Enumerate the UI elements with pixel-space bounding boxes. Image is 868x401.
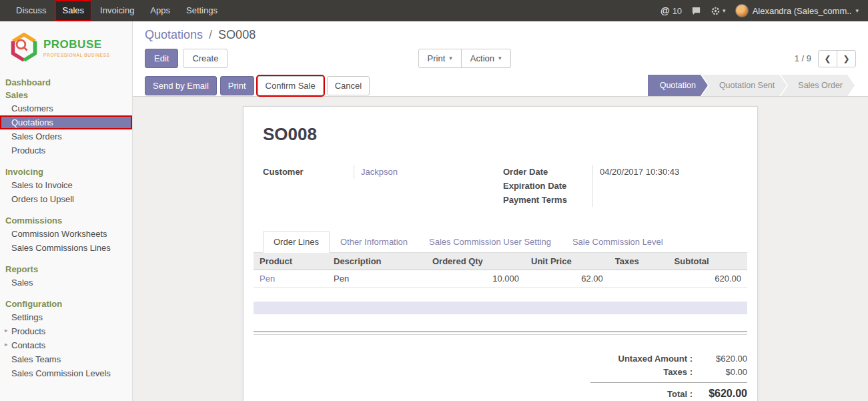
sidebar-item-sales-orders[interactable]: Sales Orders: [0, 129, 132, 143]
customer-label: Customer: [263, 165, 354, 179]
chevron-down-icon: ▾: [723, 7, 726, 14]
sidebar-section-configuration[interactable]: Configuration: [0, 298, 132, 310]
total-value: $620.00: [693, 387, 747, 400]
edit-button[interactable]: Edit: [145, 49, 178, 68]
taxes-value: $0.00: [693, 366, 747, 379]
stage-sales-order[interactable]: Sales Order: [781, 75, 855, 96]
print-dropdown-button[interactable]: Print ▾: [418, 49, 462, 68]
mention-counter[interactable]: @ 10: [661, 5, 682, 16]
customer-value-link[interactable]: Jackpson: [361, 165, 461, 179]
taxes-label: Taxes :: [663, 366, 693, 379]
sidebar-item-sales-teams[interactable]: Sales Teams: [0, 352, 132, 366]
at-icon: @: [661, 5, 670, 16]
sidebar-item-quotations[interactable]: Quotations: [0, 115, 132, 129]
sidebar-section-commissions[interactable]: Commissions: [0, 214, 132, 227]
stage-quotation-sent[interactable]: Quotation Sent: [702, 75, 787, 96]
page-title: SO008: [263, 124, 747, 145]
breadcrumb-quotations-link[interactable]: Quotations: [145, 28, 203, 41]
chevron-down-icon: ▾: [498, 55, 502, 61]
pager: ❮ ❯: [818, 50, 856, 67]
print-dropdown-label: Print: [428, 54, 446, 63]
order-lines-table: Product Description Ordered Qty Unit Pri…: [254, 253, 747, 288]
col-header-unit-price: Unit Price: [525, 253, 609, 270]
sidebar-item-config-contacts[interactable]: ▸ Contacts: [0, 338, 132, 352]
pager-next-button[interactable]: ❯: [837, 50, 856, 67]
top-navbar: Discuss Sales Invoicing Apps Settings @ …: [0, 0, 868, 21]
sidebar: PROBUSE PROFESSIONAL BUSINESS Dashboard …: [0, 21, 133, 401]
sidebar-section-invoicing[interactable]: Invoicing: [0, 165, 132, 178]
sidebar-item-config-settings[interactable]: Settings: [0, 310, 132, 324]
logo-title: PROBUSE: [43, 38, 110, 51]
activity-menu[interactable]: ▾: [711, 6, 726, 16]
col-header-subtotal: Subtotal: [669, 253, 747, 270]
statusbar: Quotation Quotation Sent Sales Order: [648, 75, 855, 96]
expand-arrow-icon: ▸: [5, 327, 8, 334]
payment-terms-value: [600, 193, 700, 207]
action-dropdown-label: Action: [470, 54, 494, 63]
user-name: Alexandra (Sales_comm..: [753, 6, 852, 16]
table-row[interactable]: Pen Pen 10.000 62.00 620.00: [254, 270, 747, 288]
sidebar-section-dashboard[interactable]: Dashboard: [0, 76, 132, 89]
chat-icon[interactable]: [691, 6, 701, 16]
logo-subtitle: PROFESSIONAL BUSINESS: [43, 53, 110, 57]
tab-order-lines[interactable]: Order Lines: [263, 231, 330, 253]
pager-counter: 1 / 9: [795, 53, 811, 63]
expiration-date-value: [600, 179, 700, 193]
cell-description: Pen: [328, 270, 426, 288]
sidebar-item-orders-to-upsell[interactable]: Orders to Upsell: [0, 192, 132, 206]
cancel-button[interactable]: Cancel: [327, 76, 370, 95]
print-button[interactable]: Print: [220, 76, 254, 95]
sidebar-item-products[interactable]: Products: [0, 143, 132, 157]
app-logo[interactable]: PROBUSE PROFESSIONAL BUSINESS: [0, 21, 132, 76]
cell-ordered-qty: 10.000: [426, 270, 525, 288]
statusbar-toolbar: Send by Email Print Confirm Sale Cancel …: [133, 75, 868, 97]
tab-sales-commission-user-setting[interactable]: Sales Commission User Setting: [418, 231, 562, 253]
tab-sale-commission-level[interactable]: Sale Commission Level: [562, 231, 674, 253]
cell-subtotal: 620.00: [669, 270, 747, 288]
table-header-row: Product Description Ordered Qty Unit Pri…: [254, 253, 747, 270]
user-menu[interactable]: Alexandra (Sales_comm.. ▾: [735, 4, 859, 17]
topbar-right: @ 10 ▾ Alexandra (Sales_comm.. ▾: [661, 0, 868, 21]
field-group-left: Customer Jackpson: [263, 165, 503, 207]
chevron-down-icon: ▾: [855, 7, 859, 14]
cell-unit-price: 62.00: [525, 270, 609, 288]
order-date-value: 04/20/2017 10:30:43: [600, 165, 700, 179]
sidebar-item-reports-sales[interactable]: Sales: [0, 276, 132, 290]
create-button[interactable]: Create: [183, 49, 228, 68]
sidebar-item-sales-to-invoice[interactable]: Sales to Invoice: [0, 178, 132, 192]
sidebar-item-commission-worksheets[interactable]: Commission Worksheets: [0, 227, 132, 241]
topnav-sales[interactable]: Sales: [55, 0, 93, 21]
topnav-invoicing[interactable]: Invoicing: [92, 0, 142, 21]
sidebar-section-reports[interactable]: Reports: [0, 263, 132, 276]
probuse-logo-icon: [9, 32, 39, 63]
sidebar-item-label: Contacts: [11, 340, 45, 350]
stage-quotation[interactable]: Quotation: [648, 75, 708, 96]
pager-previous-button[interactable]: ❮: [818, 50, 837, 67]
sidebar-item-sales-commission-levels[interactable]: Sales Commission Levels: [0, 366, 132, 380]
col-header-product: Product: [254, 253, 328, 270]
document-sheet: SO008 Customer Jackpson Order Date E: [243, 106, 758, 401]
untaxed-amount-value: $620.00: [693, 352, 747, 366]
field-groups: Customer Jackpson Order Date Expiration …: [263, 165, 743, 207]
payment-terms-label: Payment Terms: [503, 193, 592, 207]
breadcrumb-current: SO008: [218, 28, 256, 41]
cell-product[interactable]: Pen: [254, 270, 328, 288]
sidebar-section-sales[interactable]: Sales: [0, 89, 132, 101]
action-dropdown-button[interactable]: Action ▾: [461, 49, 511, 68]
total-divider: [590, 382, 747, 383]
confirm-sale-button[interactable]: Confirm Sale: [258, 76, 324, 95]
send-by-email-button[interactable]: Send by Email: [145, 76, 217, 95]
sidebar-menu: Dashboard Sales Customers Quotations Sal…: [0, 76, 132, 380]
breadcrumb: Quotations / SO008: [145, 28, 856, 42]
sidebar-item-config-products[interactable]: ▸ Products: [0, 324, 132, 338]
sidebar-item-customers[interactable]: Customers: [0, 101, 132, 115]
tab-other-information[interactable]: Other Information: [330, 231, 418, 253]
topnav-discuss[interactable]: Discuss: [8, 0, 55, 21]
empty-highlighted-row: [254, 302, 747, 314]
order-date-label: Order Date: [503, 165, 592, 179]
topnav-settings[interactable]: Settings: [178, 0, 226, 21]
col-header-taxes: Taxes: [609, 253, 669, 270]
sidebar-item-sales-commissions-lines[interactable]: Sales Commissions Lines: [0, 241, 132, 255]
topnav-apps[interactable]: Apps: [142, 0, 178, 21]
expiration-date-label: Expiration Date: [503, 179, 592, 193]
